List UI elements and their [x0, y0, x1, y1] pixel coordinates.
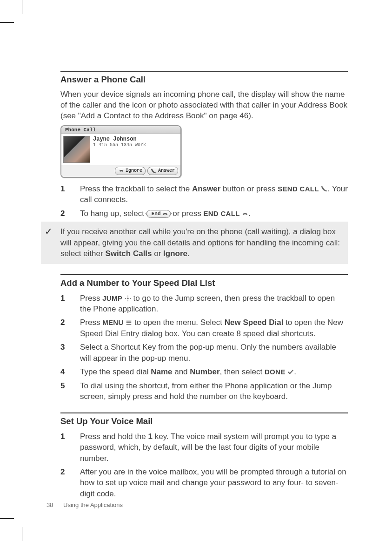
end-button-inline: End [146, 210, 171, 218]
section-title-answer: Answer a Phone Call [60, 71, 348, 85]
svg-point-4 [130, 298, 131, 298]
section-title-voicemail: Set Up Your Voice Mail [60, 413, 348, 426]
answer-intro: When your device signals an incoming pho… [60, 89, 348, 122]
step-item: 2 To hang up, select End or press END CA… [60, 208, 348, 219]
answer-steps: 1 Press the trackball to select the Answ… [60, 183, 348, 219]
phone-up-icon [151, 168, 157, 174]
caller-name: Jayne Johnson [93, 136, 146, 142]
phone-down-icon [118, 168, 125, 174]
call-waiting-note: ✓ If you receive another call while you'… [41, 222, 348, 264]
send-call-icon [321, 186, 328, 192]
section-title-speed: Add a Number to Your Speed Dial List [60, 274, 348, 288]
end-call-icon [242, 210, 248, 217]
mock-ignore-button: Ignore [115, 167, 146, 175]
menu-icon [126, 319, 132, 326]
step-item: 1 Press JUMP to go to the Jump screen, t… [60, 293, 348, 315]
phone-down-icon [162, 210, 168, 217]
page-number: 38 [47, 501, 53, 508]
step-item: 4 Type the speed dial Name and Number, t… [60, 366, 348, 377]
step-item: 5 To dial using the shortcut, from eithe… [60, 380, 348, 402]
voicemail-steps: 1 Press and hold the 1 key. The voice ma… [60, 431, 348, 500]
jump-icon [125, 295, 131, 302]
caller-phone: 1-415-555-1345 Work [93, 142, 146, 148]
done-icon [287, 369, 294, 375]
step-item: 2 Press MENU to open the menu. Select Ne… [60, 317, 348, 339]
step-item: 2 After you are in the voice mailbox, yo… [60, 467, 348, 499]
svg-point-2 [127, 300, 128, 301]
page-footer: 38 Using the Applications [47, 501, 123, 508]
incoming-call-mockup: Phone Call Jayne Johnson 1-415-555-1345 … [60, 125, 181, 178]
chapter-name: Using the Applications [63, 501, 123, 508]
step-item: 3 Select a Shortcut Key from the pop-up … [60, 342, 348, 364]
step-item: 1 Press the trackball to select the Answ… [60, 183, 348, 205]
mock-titlebar: Phone Call [61, 126, 180, 134]
svg-point-3 [125, 298, 126, 298]
caller-avatar [63, 136, 90, 163]
mock-answer-button: Answer [147, 167, 178, 175]
svg-point-0 [127, 298, 129, 299]
svg-point-1 [127, 295, 128, 296]
step-item: 1 Press and hold the 1 key. The voice ma… [60, 431, 348, 464]
speed-steps: 1 Press JUMP to go to the Jump screen, t… [60, 293, 348, 402]
check-icon: ✓ [45, 225, 53, 238]
